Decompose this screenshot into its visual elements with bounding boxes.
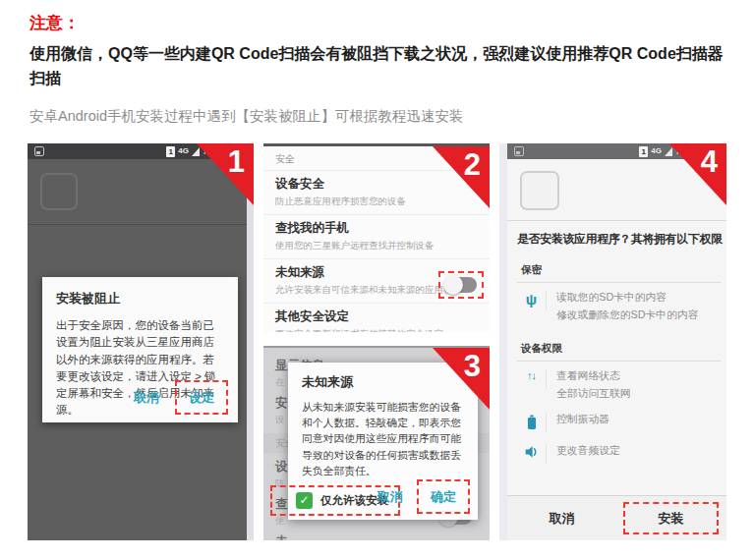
settings-item-other-security[interactable]: 其他安全设定 更改安全更新和证书存储等其他安全设定 — [263, 303, 490, 332]
permission-text: 全部访问互联网 — [556, 387, 631, 401]
permission-text: 查看网络状态 — [556, 369, 631, 383]
dialog-buttons: 取消 设定 — [134, 380, 228, 415]
highlight-box-ok: 确定 — [417, 479, 470, 514]
divider — [28, 224, 247, 225]
install-question-title: 是否安装该应用程序？其将拥有以下权限： — [517, 232, 726, 248]
signal-icon — [665, 147, 672, 156]
cancel-button[interactable]: 取消 — [550, 510, 575, 528]
notification-badge: 1 — [639, 146, 648, 157]
ok-button[interactable]: 确定 — [431, 488, 456, 506]
settings-button[interactable]: 设定 — [189, 389, 214, 407]
settings-item-find-my-phone[interactable]: 查找我的手机 使用您的三星账户远程查找并控制设备 — [263, 214, 490, 258]
highlight-box-toggle — [438, 271, 484, 299]
signal-icon — [192, 147, 200, 156]
section-privacy: 保密 — [517, 255, 721, 283]
warning-text: 使用微信，QQ等一些内建QR Code扫描会有被阻挡下载之状况，强烈建议使用推荐… — [29, 42, 733, 91]
cancel-button[interactable]: 取消 — [377, 488, 403, 506]
network-type-icon: 4G — [178, 147, 189, 155]
divider — [507, 220, 726, 221]
notification-badge: 1 — [166, 146, 175, 157]
dialog-title: 未知来源 — [302, 373, 466, 391]
app-icon-placeholder — [520, 171, 559, 210]
highlight-box-settings: 设定 — [175, 380, 228, 415]
step-number-badge: 1 — [197, 143, 254, 205]
speaker-icon — [524, 445, 540, 459]
vibration-icon — [525, 414, 539, 431]
highlight-box-install: 安装 — [623, 502, 720, 534]
unknown-sources-dialog: 未知来源 从未知来源安装可能损害您的设备和个人数据。轻敲确定，即表示您同意对因使… — [288, 363, 478, 520]
item-subtitle: 更改安全更新和证书存储等其他安全设定 — [275, 328, 478, 332]
dialog-buttons: 取消 确定 — [377, 479, 470, 514]
screenshot-step1: 1 4G 7 安装被阻止 出于安全原因，您的设备当前已设置为阻止安装从三星应用商… — [28, 143, 254, 540]
permission-row-vibration: 控制振动器 — [517, 413, 721, 432]
dialog-body: 从未知来源安装可能损害您的设备和个人数据。轻敲确定，即表示您同意对因使用这些应用… — [302, 399, 466, 478]
item-title: 设备安全 — [275, 176, 478, 193]
settings-item-device-security[interactable]: 设备安全 防止恶意应用程序损害您的设备 — [263, 170, 490, 214]
step-number: 2 — [464, 147, 481, 183]
network-arrows-icon: ↑↓ — [527, 370, 536, 389]
step-number: 1 — [228, 144, 245, 180]
item-subtitle: 使用您的三星账户远程查找并控制设备 — [275, 240, 478, 252]
toggle-knob — [443, 275, 463, 295]
check-icon: ✓ — [299, 493, 309, 507]
install-button-bar: 取消 安装 — [507, 495, 726, 540]
install-button[interactable]: 安装 — [658, 510, 683, 528]
install-blocked-dialog: 安装被阻止 出于安全原因，您的设备当前已设置为阻止安装从三星应用商店以外的来源获… — [42, 277, 238, 422]
step-number: 4 — [701, 144, 718, 180]
screenshot-step4: 1 4G 7 是否安装该应用程序？其将拥有以下权限： 保密 ψ 读取您的SD卡中… — [499, 143, 726, 540]
page-header: 注意： 使用微信，QQ等一些内建QR Code扫描会有被阻挡下载之状况，强烈建议… — [29, 12, 733, 126]
cancel-button[interactable]: 取消 — [134, 389, 159, 407]
usb-storage-icon: ψ — [526, 292, 537, 310]
screenshot-icon — [34, 146, 44, 156]
permission-text: 读取您的SD卡中的内容 — [556, 291, 699, 305]
instruction-subtitle: 安卓Android手机安装过程中遇到【安装被阻止】可根据教程迅速安装 — [29, 107, 733, 126]
section-device-permissions: 设备权限 — [517, 334, 721, 362]
permission-row-network: ↑↓ 查看网络状态 全部访问互联网 — [517, 369, 721, 401]
network-type-icon: 4G — [651, 147, 662, 155]
permission-text: 更改音频设定 — [556, 444, 620, 458]
permission-row-audio: 更改音频设定 — [517, 444, 721, 464]
item-title: 查找我的手机 — [275, 220, 478, 237]
app-icon-placeholder — [40, 173, 78, 210]
cancel-half: 取消 — [507, 496, 617, 540]
screenshot-step3: 显示信息 在 安 设 安全 设 防 查 使 未 允许安装来自可信来源和未知来源的… — [263, 346, 490, 540]
screenshot-edge — [499, 143, 507, 540]
permission-text: 控制振动器 — [556, 413, 609, 426]
item-title: 其他安全设定 — [275, 308, 478, 325]
step-number: 3 — [464, 349, 481, 384]
settings-item-unknown-sources[interactable]: 未知来源 允许安装来自可信来源和未知来源的应用程序 — [263, 258, 490, 303]
screenshot-icon — [514, 146, 524, 156]
tutorial-page: 注意： 使用微信，QQ等一些内建QR Code扫描会有被阻挡下载之状况，强烈建议… — [0, 0, 754, 560]
permission-text: 修改或删除您的SD卡中的内容 — [556, 308, 699, 322]
install-half: 安装 — [617, 496, 727, 540]
permission-row-storage: ψ 读取您的SD卡中的内容 修改或删除您的SD卡中的内容 — [517, 291, 721, 322]
allow-once-checkbox[interactable]: ✓ — [296, 492, 313, 509]
permissions-list: 保密 ψ 读取您的SD卡中的内容 修改或删除您的SD卡中的内容 设备权限 ↑↓ … — [517, 255, 721, 476]
notice-label: 注意： — [29, 12, 733, 34]
unknown-sources-toggle[interactable] — [445, 277, 477, 293]
dialog-title: 安装被阻止 — [56, 290, 224, 308]
install-screen: 1 4G 7 是否安装该应用程序？其将拥有以下权限： 保密 ψ 读取您的SD卡中… — [507, 143, 726, 540]
item-subtitle: 防止恶意应用程序损害您的设备 — [275, 196, 478, 208]
screenshot-step2: 安全 设备安全 防止恶意应用程序损害您的设备 查找我的手机 使用您的三星账户远程… — [263, 143, 490, 332]
